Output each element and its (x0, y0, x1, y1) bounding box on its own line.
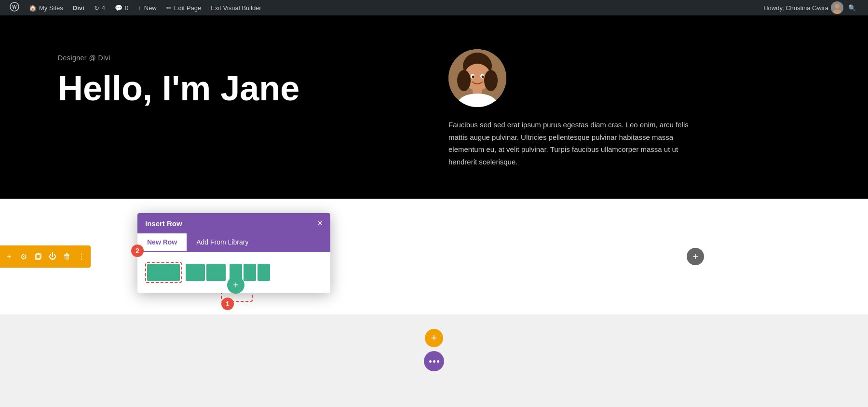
hero-avatar (448, 49, 506, 107)
hero-title: Hello, I'm Jane (58, 69, 420, 108)
hero-section: Designer @ Divi Hello, I'm Jane (0, 15, 868, 199)
wp-logo-item[interactable]: W (5, 0, 24, 15)
toolbar-settings-icon[interactable]: ⚙ (18, 251, 29, 262)
svg-text:W: W (12, 4, 17, 10)
divi-label: Divi (73, 4, 84, 12)
new-item[interactable]: + New (133, 0, 162, 15)
edit-icon: ✏ (166, 4, 172, 12)
modal-close-button[interactable]: × (317, 219, 323, 228)
my-sites-label: My Sites (39, 4, 63, 12)
section-options-button[interactable] (424, 351, 444, 371)
updates-icon: ↻ (94, 4, 99, 12)
dot-1 (429, 360, 432, 363)
layout-two-equal[interactable] (186, 264, 226, 281)
svg-point-8 (457, 70, 471, 91)
exit-vb-label: Exit Visual Builder (211, 4, 261, 12)
svg-point-13 (482, 76, 484, 78)
section-toolbar: + ⚙ ⏻ 🗑 ⋮ (0, 245, 91, 268)
user-avatar[interactable] (831, 1, 843, 14)
tab-new-row-label: New Row (147, 238, 177, 246)
divi-item[interactable]: Divi (68, 0, 89, 15)
svg-point-9 (484, 70, 498, 91)
white-section: + ⚙ ⏻ 🗑 ⋮ Insert Row × New Row (0, 199, 868, 314)
user-greeting: Howdy, Christina Gwira (763, 4, 828, 12)
hero-subtitle: Designer @ Divi (58, 54, 420, 62)
badge-1: 1 (221, 298, 234, 310)
modal-tabs: New Row Add From Library (137, 233, 330, 252)
tab-new-row[interactable]: New Row (137, 233, 187, 252)
admin-bar: W 🏠 My Sites Divi ↻ 4 💬 0 + New ✏ Edit P… (0, 0, 868, 15)
search-icon[interactable]: 🔍 (846, 1, 858, 14)
add-section-gray-button[interactable]: + (687, 248, 704, 265)
badge-2: 2 (131, 244, 144, 257)
admin-bar-right: Howdy, Christina Gwira 🔍 (759, 1, 863, 14)
hero-left: Designer @ Divi Hello, I'm Jane (58, 44, 420, 117)
updates-count: 4 (102, 4, 105, 12)
updates-item[interactable]: ↻ 4 (89, 0, 110, 15)
tab-add-library[interactable]: Add From Library (187, 233, 258, 252)
add-column-button[interactable]: + (227, 276, 244, 294)
modal-title: Insert Row (145, 219, 182, 228)
toolbar-copy-icon[interactable] (33, 251, 43, 262)
toolbar-add-icon[interactable]: + (4, 251, 14, 262)
add-section-orange-button[interactable]: + (425, 329, 443, 347)
page-content: Designer @ Divi Hello, I'm Jane (0, 15, 868, 382)
gray-section: + (0, 314, 868, 382)
comments-item[interactable]: 💬 0 (110, 0, 133, 15)
exit-vb-item[interactable]: Exit Visual Builder (206, 0, 266, 15)
my-sites-item[interactable]: 🏠 My Sites (24, 0, 68, 15)
edit-page-label: Edit Page (174, 4, 201, 12)
tab-add-library-label: Add From Library (196, 238, 248, 246)
dot-2 (433, 360, 435, 363)
my-sites-icon: 🏠 (29, 4, 37, 12)
hero-right: Faucibus sed sed erat ipsum purus egesta… (420, 44, 810, 168)
toolbar-delete-icon[interactable]: 🗑 (62, 251, 72, 262)
comments-count: 0 (125, 4, 128, 12)
edit-page-item[interactable]: ✏ Edit Page (162, 0, 206, 15)
layout-single[interactable] (145, 262, 182, 283)
new-label: New (144, 4, 157, 12)
toolbar-more-icon[interactable]: ⋮ (76, 251, 87, 262)
wp-icon: W (10, 2, 19, 14)
dot-3 (437, 360, 439, 363)
comments-icon: 💬 (115, 4, 122, 12)
modal-header: Insert Row × (137, 213, 330, 233)
svg-point-12 (472, 76, 475, 78)
svg-point-3 (835, 4, 840, 9)
new-icon: + (138, 4, 142, 12)
hero-bio: Faucibus sed sed erat ipsum purus egesta… (448, 119, 690, 168)
toolbar-toggle-icon[interactable]: ⏻ (47, 251, 58, 262)
